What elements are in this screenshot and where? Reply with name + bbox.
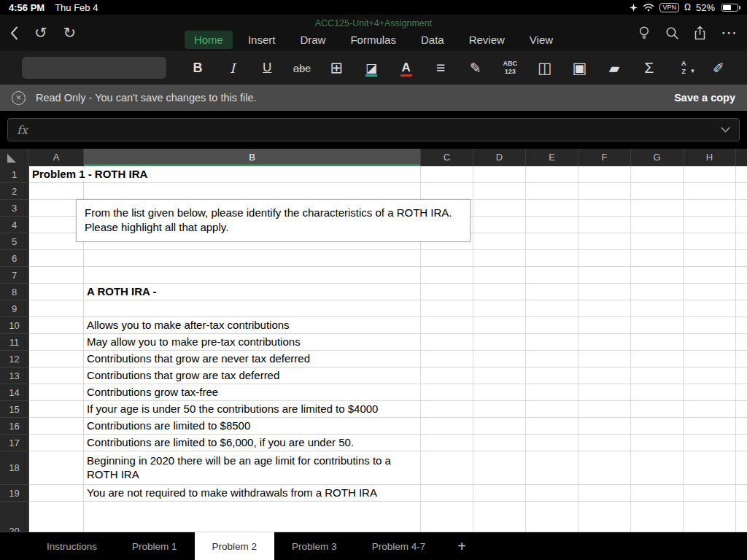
sheet-tab-instructions[interactable]: Instructions <box>29 532 115 560</box>
bold-icon[interactable]: B <box>185 53 210 82</box>
cell-F3[interactable] <box>578 200 631 217</box>
row-header-17[interactable]: 17 <box>0 435 29 451</box>
lightbulb-icon[interactable] <box>638 26 651 40</box>
cell-A2[interactable] <box>29 183 84 200</box>
cell-E9[interactable] <box>526 300 578 317</box>
cell-H5[interactable] <box>684 233 736 250</box>
autosum-icon[interactable]: Σ <box>637 53 662 82</box>
cell-H19[interactable] <box>684 485 736 502</box>
cell-G18[interactable] <box>631 451 684 485</box>
cell-H17[interactable] <box>684 435 736 451</box>
select-all-corner[interactable] <box>0 149 29 166</box>
cell-styles-icon[interactable]: ✎ <box>463 53 488 82</box>
cell-F19[interactable] <box>578 485 631 502</box>
cell-A8[interactable] <box>29 284 84 300</box>
cell-G4[interactable] <box>631 217 684 233</box>
cell-F16[interactable] <box>578 418 631 435</box>
ribbon-tab-view[interactable]: View <box>520 31 562 49</box>
ribbon-tab-review[interactable]: Review <box>460 31 514 49</box>
cell-F6[interactable] <box>578 250 631 267</box>
cell-C14[interactable] <box>421 384 473 401</box>
cell-A15[interactable] <box>29 401 84 418</box>
cell-B20[interactable] <box>84 502 421 532</box>
cell-C1[interactable] <box>421 166 473 183</box>
search-icon[interactable] <box>665 26 679 40</box>
cell-G15[interactable] <box>631 401 684 418</box>
row-header-15[interactable]: 15 <box>0 401 29 418</box>
cell-C10[interactable] <box>421 317 473 334</box>
cell-H9[interactable] <box>684 300 736 317</box>
cell-E8[interactable] <box>526 284 578 300</box>
cell-C17[interactable] <box>421 435 473 451</box>
insert-cells-icon[interactable]: ◫ <box>533 53 557 82</box>
cell-E17[interactable] <box>526 435 578 451</box>
column-header-a[interactable]: A <box>29 149 84 166</box>
cell-A10[interactable] <box>29 317 84 334</box>
cell-F13[interactable] <box>578 368 631 384</box>
cell-G12[interactable] <box>631 351 684 368</box>
sheet-tab-problem-2[interactable]: Problem 2 <box>195 532 275 560</box>
cell-B13[interactable]: Contributions that grow are tax deferred <box>84 368 421 384</box>
cell-H4[interactable] <box>684 217 736 233</box>
cell-E6[interactable] <box>526 250 578 267</box>
cell-A16[interactable] <box>29 418 84 435</box>
row-header-7[interactable]: 7 <box>0 267 29 284</box>
cell-B19[interactable]: You are not required to make withdrawals… <box>84 485 421 502</box>
cell-C16[interactable] <box>421 418 473 435</box>
cell-G16[interactable] <box>631 418 684 435</box>
cell-G10[interactable] <box>631 317 684 334</box>
cell-E2[interactable] <box>526 183 578 200</box>
sort-filter-icon[interactable]: AZ▼ <box>671 53 696 82</box>
cell-F15[interactable] <box>578 401 631 418</box>
cell-D9[interactable] <box>473 300 526 317</box>
cell-C7[interactable] <box>421 267 473 284</box>
cell-F10[interactable] <box>578 317 631 334</box>
cell-G3[interactable] <box>631 200 684 217</box>
cell-C19[interactable] <box>421 485 473 502</box>
cell-H12[interactable] <box>684 351 736 368</box>
ribbon-tab-draw[interactable]: Draw <box>290 31 335 49</box>
cell-G17[interactable] <box>631 435 684 451</box>
column-header-c[interactable]: C <box>421 149 473 166</box>
row-header-10[interactable]: 10 <box>0 317 29 334</box>
strikethrough-icon[interactable]: abc <box>290 53 314 82</box>
cell-D1[interactable] <box>473 166 526 183</box>
instruction-textbox[interactable]: From the list given below, please identi… <box>76 199 471 242</box>
ribbon-tab-data[interactable]: Data <box>411 31 454 49</box>
clear-icon[interactable]: ▰ <box>602 53 627 82</box>
cell-H10[interactable] <box>684 317 736 334</box>
cell-G19[interactable] <box>631 485 684 502</box>
cell-E18[interactable] <box>526 451 578 485</box>
cell-B16[interactable]: Contributions are limited to $8500 <box>84 418 421 435</box>
cell-A7[interactable] <box>29 267 84 284</box>
cell-D20[interactable] <box>473 502 526 532</box>
cell-B7[interactable] <box>84 267 421 284</box>
cell-F14[interactable] <box>578 384 631 401</box>
cell-D18[interactable] <box>473 451 526 485</box>
cell-E11[interactable] <box>526 334 578 351</box>
cell-H8[interactable] <box>684 284 736 300</box>
dismiss-banner-icon[interactable]: × <box>12 91 26 105</box>
cell-H1[interactable] <box>684 166 736 183</box>
cell-D13[interactable] <box>473 368 526 384</box>
cell-E14[interactable] <box>526 384 578 401</box>
cell-E16[interactable] <box>526 418 578 435</box>
cell-G13[interactable] <box>631 368 684 384</box>
ribbon-tab-insert[interactable]: Insert <box>239 31 285 49</box>
row-header-8[interactable]: 8 <box>0 284 29 300</box>
cell-G6[interactable] <box>631 250 684 267</box>
cell-E19[interactable] <box>526 485 578 502</box>
cell-F17[interactable] <box>578 435 631 451</box>
cell-H13[interactable] <box>684 368 736 384</box>
row-header-19[interactable]: 19 <box>0 485 29 502</box>
cell-E10[interactable] <box>526 317 578 334</box>
cell-A20[interactable] <box>29 502 84 532</box>
cell-D7[interactable] <box>473 267 526 284</box>
cell-G5[interactable] <box>631 233 684 250</box>
cell-D3[interactable] <box>473 200 526 217</box>
font-name-box[interactable] <box>22 57 166 79</box>
column-header-g[interactable]: G <box>631 149 684 166</box>
cell-B8[interactable]: A ROTH IRA - <box>84 284 421 300</box>
share-icon[interactable] <box>694 26 706 40</box>
cell-A14[interactable] <box>29 384 84 401</box>
